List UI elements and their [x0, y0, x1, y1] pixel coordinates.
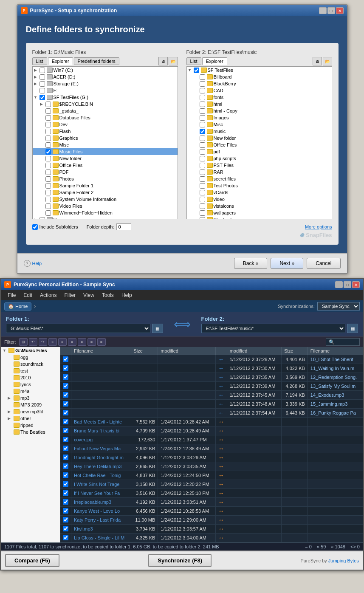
- main-folder2-browse-button[interactable]: ▦: [347, 324, 358, 333]
- close-button[interactable]: ✕: [336, 7, 344, 14]
- expand-icon[interactable]: [39, 196, 45, 202]
- filter-btn-1[interactable]: ⊞: [19, 338, 28, 346]
- main-maximize-button[interactable]: □: [344, 281, 351, 288]
- tree-item[interactable]: php scripts: [187, 155, 332, 162]
- col-size-left[interactable]: Size: [131, 347, 158, 355]
- expand-icon[interactable]: ▶: [33, 67, 39, 73]
- main-folder2-path-dropdown[interactable]: E:\SF TestFiles\music\*: [201, 324, 346, 333]
- tree-checkbox[interactable]: [40, 95, 45, 100]
- row-check-cell[interactable]: [60, 507, 71, 516]
- tree-item[interactable]: vCards: [187, 189, 332, 196]
- folder2-tree[interactable]: ▼ SF TestFiles Billboard: [186, 66, 332, 219]
- folder1-network-btn[interactable]: 🖥: [158, 57, 168, 65]
- tree-checkbox[interactable]: [45, 163, 51, 168]
- jumping-bytes-link[interactable]: Jumping Bytes: [328, 558, 359, 563]
- expand-icon[interactable]: [193, 142, 199, 148]
- tree-item[interactable]: Test Photos: [187, 182, 332, 189]
- ft-expand-icon[interactable]: ▼: [3, 348, 8, 353]
- filter-btn-7[interactable]: ≡: [78, 338, 86, 346]
- expand-icon[interactable]: [193, 74, 199, 80]
- tree-checkbox[interactable]: [40, 88, 45, 93]
- row-check-cell[interactable]: [60, 462, 71, 471]
- tree-item[interactable]: ▶ ACER (D:): [33, 73, 178, 80]
- row-check-cell[interactable]: [60, 364, 71, 373]
- col-filename-left[interactable]: Filename: [71, 347, 131, 355]
- expand-icon[interactable]: [39, 162, 45, 168]
- back-button[interactable]: Back «: [234, 258, 268, 269]
- expand-icon[interactable]: [193, 196, 199, 202]
- row-check-cell[interactable]: [60, 471, 71, 480]
- tree-checkbox[interactable]: [45, 142, 51, 148]
- tree-item[interactable]: Office Files: [187, 141, 332, 148]
- tree-folder-item[interactable]: ▶ new mp3fil: [1, 408, 60, 415]
- menu-help[interactable]: Help: [118, 291, 135, 299]
- row-check-cell[interactable]: [60, 373, 71, 382]
- expand-icon[interactable]: ▶: [33, 217, 39, 219]
- expand-icon[interactable]: [39, 183, 45, 189]
- tree-checkbox[interactable]: [45, 149, 51, 155]
- col-modified-left[interactable]: modified: [158, 347, 215, 355]
- menu-tools[interactable]: Tools: [99, 291, 117, 299]
- tree-item[interactable]: System Volume Information: [33, 196, 178, 203]
- tree-root-item[interactable]: ▼ G:\Music Files: [1, 347, 60, 354]
- tree-folder-item[interactable]: lyrics: [1, 381, 60, 388]
- expand-icon[interactable]: [193, 149, 199, 155]
- filter-btn-5[interactable]: »: [58, 338, 67, 346]
- compare-button[interactable]: Compare (F5): [5, 554, 59, 567]
- tree-checkbox[interactable]: [200, 74, 205, 80]
- tree-item[interactable]: ▼ SF TestFiles: [187, 67, 332, 73]
- row-check-cell[interactable]: [60, 409, 71, 418]
- home-button[interactable]: 🏠 Home: [4, 302, 31, 311]
- row-check-cell[interactable]: [60, 516, 71, 525]
- search-input[interactable]: [326, 338, 360, 346]
- expand-icon[interactable]: [193, 155, 199, 161]
- tree-folder-item[interactable]: MP3 2009: [1, 401, 60, 408]
- tree-item[interactable]: html - Copy: [187, 107, 332, 114]
- row-checkbox[interactable]: [63, 472, 68, 478]
- expand-icon[interactable]: [39, 210, 45, 216]
- tree-checkbox[interactable]: [200, 95, 205, 100]
- row-checkbox[interactable]: [63, 463, 68, 469]
- tree-checkbox[interactable]: [45, 176, 51, 182]
- row-checkbox[interactable]: [63, 365, 68, 371]
- tree-item-music-files[interactable]: Music Files: [33, 148, 178, 155]
- more-options-link[interactable]: More options: [305, 224, 332, 229]
- expand-icon[interactable]: [193, 94, 199, 100]
- row-check-cell[interactable]: [60, 355, 71, 364]
- tree-item[interactable]: CAD: [187, 87, 332, 94]
- row-checkbox[interactable]: [63, 383, 68, 389]
- filter-btn-3[interactable]: ↷: [39, 338, 47, 346]
- col-modified-right[interactable]: modified: [227, 347, 281, 355]
- row-checkbox[interactable]: [63, 526, 68, 531]
- tree-item[interactable]: New folder: [187, 135, 332, 141]
- tree-checkbox[interactable]: [45, 115, 51, 121]
- tree-checkbox[interactable]: [200, 217, 205, 220]
- include-subfolders-option[interactable]: Include Subfolders: [32, 224, 78, 230]
- next-button[interactable]: Next »: [271, 258, 303, 269]
- expand-icon[interactable]: ▼: [33, 94, 39, 100]
- tree-checkbox[interactable]: [200, 108, 205, 114]
- tree-folder-item[interactable]: ripped: [1, 422, 60, 429]
- expand-icon[interactable]: [39, 169, 45, 175]
- filter-btn-8[interactable]: ≡: [87, 338, 96, 346]
- tree-checkbox[interactable]: [200, 183, 205, 189]
- col-size-right[interactable]: Size: [281, 347, 308, 355]
- main-folder1-browse-button[interactable]: ▦: [152, 324, 163, 333]
- tree-item[interactable]: Dev: [33, 121, 178, 128]
- folder2-network-btn[interactable]: 🖥: [313, 57, 322, 65]
- row-check-cell[interactable]: [60, 525, 71, 534]
- tree-item[interactable]: Winmend~Folder~Hidden: [33, 209, 178, 216]
- sync-dropdown[interactable]: Sample Sync: [317, 302, 360, 311]
- menu-view[interactable]: View: [80, 291, 98, 299]
- col-filename-right[interactable]: Filename: [308, 347, 363, 355]
- row-checkbox[interactable]: [63, 410, 68, 415]
- row-checkbox[interactable]: [63, 499, 68, 505]
- menu-file[interactable]: File: [4, 291, 19, 299]
- row-checkbox[interactable]: [63, 535, 68, 540]
- tree-item[interactable]: Sample Folder 2: [33, 189, 178, 196]
- tree-checkbox[interactable]: [45, 102, 51, 107]
- folder1-tree[interactable]: ▶ Win7 (C:) ▶ ACER (D:): [32, 66, 178, 219]
- expand-icon[interactable]: ▶: [33, 81, 39, 87]
- tree-checkbox[interactable]: [40, 68, 45, 73]
- tree-item[interactable]: music: [187, 128, 332, 135]
